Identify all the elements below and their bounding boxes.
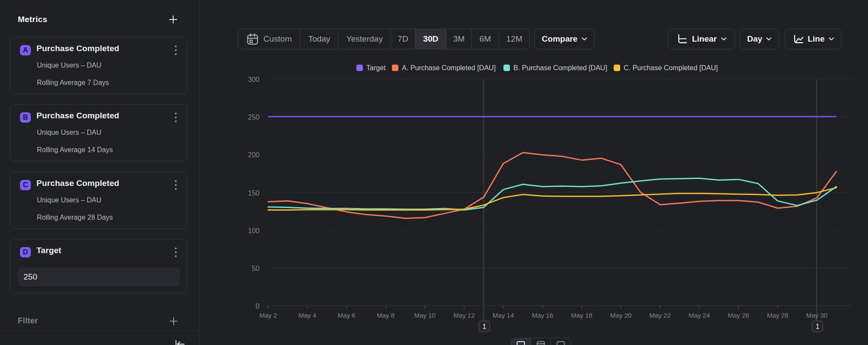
svg-text:May 14: May 14 [493, 312, 514, 319]
svg-text:May 20: May 20 [610, 312, 631, 319]
svg-text:1: 1 [815, 323, 819, 330]
svg-text:May 4: May 4 [299, 312, 316, 319]
svg-text:May 22: May 22 [649, 312, 671, 319]
svg-text:0: 0 [256, 303, 260, 310]
svg-text:May 8: May 8 [377, 312, 395, 319]
svg-text:May 6: May 6 [338, 312, 355, 319]
svg-text:May 28: May 28 [767, 312, 788, 319]
svg-text:May 30: May 30 [806, 312, 827, 319]
svg-text:1: 1 [483, 323, 487, 330]
svg-text:200: 200 [248, 151, 260, 159]
svg-text:May 10: May 10 [414, 312, 435, 319]
svg-text:May 18: May 18 [571, 312, 592, 319]
svg-text:300: 300 [248, 76, 260, 83]
svg-text:250: 250 [248, 114, 260, 121]
svg-text:May 16: May 16 [532, 312, 553, 319]
svg-text:May 2: May 2 [259, 312, 277, 319]
svg-text:May 26: May 26 [728, 312, 749, 319]
svg-text:May 24: May 24 [689, 312, 710, 319]
svg-text:May 12: May 12 [454, 312, 475, 319]
svg-text:150: 150 [248, 189, 260, 197]
svg-text:100: 100 [248, 227, 260, 234]
svg-text:50: 50 [252, 265, 260, 272]
